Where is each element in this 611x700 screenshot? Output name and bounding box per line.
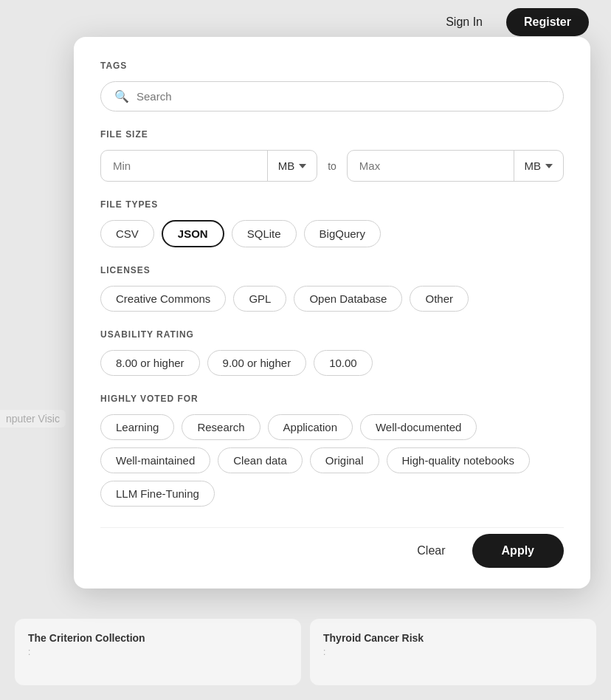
licenses-section-label: LICENSES [100, 265, 564, 275]
file-size-row: MB to MB [100, 150, 564, 182]
highly-voted-chips: LearningResearchApplicationWell-document… [100, 414, 564, 507]
bg-card-1: The Criterion Collection : [15, 619, 301, 685]
min-unit-label: MB [278, 159, 295, 172]
max-unit-label: MB [525, 159, 542, 172]
bg-card-2-title: Thyroid Cancer Risk [323, 632, 583, 644]
apply-button[interactable]: Apply [472, 534, 564, 568]
usability-chips: 8.00 or higher9.00 or higher10.00 [100, 350, 564, 376]
chip-csv[interactable]: CSV [100, 220, 154, 247]
file-size-section-label: FILE SIZE [100, 129, 564, 140]
max-unit-dropdown[interactable]: MB [514, 151, 564, 181]
chip-learning[interactable]: Learning [100, 414, 174, 440]
background-cards: The Criterion Collection : Thyroid Cance… [0, 619, 611, 700]
left-edge-label: nputer Visic [0, 410, 66, 428]
filter-modal: TAGS 🔍 FILE SIZE MB to MB [74, 37, 590, 589]
chip-application[interactable]: Application [268, 414, 353, 440]
sign-in-button[interactable]: Sign In [434, 10, 494, 35]
max-size-group: MB [347, 150, 564, 182]
chip-well-maintained[interactable]: Well-maintained [100, 447, 210, 473]
chip-bigquery[interactable]: BigQuery [304, 220, 382, 247]
chip-10.00[interactable]: 10.00 [314, 350, 373, 376]
min-size-input[interactable] [101, 151, 267, 181]
chip-well-documented[interactable]: Well-documented [360, 414, 477, 440]
usability-rating-section: USABILITY RATING 8.00 or higher9.00 or h… [100, 329, 564, 376]
highly-voted-section: HIGHLY VOTED FOR LearningResearchApplica… [100, 394, 564, 507]
min-unit-chevron-icon [299, 164, 306, 168]
tags-section-label: TAGS [100, 61, 564, 71]
chip-9.00-or-higher[interactable]: 9.00 or higher [207, 350, 307, 376]
clear-button[interactable]: Clear [405, 537, 457, 565]
chip-open-database[interactable]: Open Database [294, 286, 402, 312]
register-button[interactable]: Register [506, 8, 589, 36]
min-unit-dropdown[interactable]: MB [267, 151, 317, 181]
file-types-chips: CSVJSONSQLiteBigQuery [100, 220, 564, 247]
chip-gpl[interactable]: GPL [233, 286, 286, 312]
min-size-group: MB [100, 150, 317, 182]
chip-8.00-or-higher[interactable]: 8.00 or higher [100, 350, 200, 376]
chip-creative-commons[interactable]: Creative Commons [100, 286, 226, 312]
chip-original[interactable]: Original [310, 447, 379, 473]
licenses-chips: Creative CommonsGPLOpen DatabaseOther [100, 286, 564, 312]
search-icon: 🔍 [114, 89, 129, 103]
licenses-section: LICENSES Creative CommonsGPLOpen Databas… [100, 265, 564, 312]
bg-card-2: Thyroid Cancer Risk : [310, 619, 596, 685]
chip-llm-fine-tuning[interactable]: LLM Fine-Tuning [100, 481, 215, 507]
highly-voted-section-label: HIGHLY VOTED FOR [100, 394, 564, 404]
usability-section-label: USABILITY RATING [100, 329, 564, 340]
bg-card-1-title: The Criterion Collection [28, 632, 288, 644]
bg-card-2-dots: : [323, 647, 583, 657]
chip-clean-data[interactable]: Clean data [218, 447, 303, 473]
max-size-input[interactable] [348, 151, 514, 181]
chip-high-quality-notebooks[interactable]: High-quality notebooks [387, 447, 531, 473]
chip-research[interactable]: Research [182, 414, 260, 440]
bg-card-1-dots: : [28, 647, 288, 657]
max-unit-chevron-icon [545, 164, 553, 168]
file-types-section: FILE TYPES CSVJSONSQLiteBigQuery [100, 199, 564, 247]
chip-other[interactable]: Other [410, 286, 469, 312]
to-label: to [328, 160, 336, 172]
chip-sqlite[interactable]: SQLite [232, 220, 297, 247]
tags-search-input[interactable] [137, 90, 550, 103]
chip-json[interactable]: JSON [162, 220, 224, 247]
file-size-section: FILE SIZE MB to MB [100, 129, 564, 182]
file-types-section-label: FILE TYPES [100, 199, 564, 210]
tags-search-box: 🔍 [100, 81, 564, 111]
modal-footer: Clear Apply [100, 527, 564, 568]
tags-section: TAGS 🔍 [100, 61, 564, 111]
